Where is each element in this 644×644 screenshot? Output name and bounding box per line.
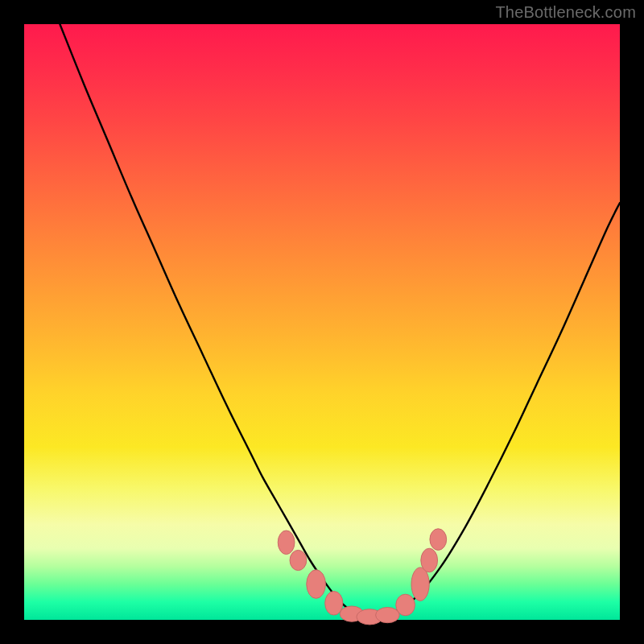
curve-marker	[376, 607, 400, 622]
curve-marker	[411, 568, 429, 601]
curve-marker	[290, 550, 307, 570]
chart-frame: TheBottleneck.com	[0, 0, 644, 644]
plot-area	[24, 24, 620, 620]
curve-marker	[421, 548, 438, 572]
curve-marker	[396, 594, 415, 616]
curve-marker	[307, 570, 326, 599]
curve-markers	[278, 529, 446, 625]
curve-marker	[278, 530, 295, 555]
curve-marker	[430, 529, 447, 551]
bottleneck-curve	[60, 24, 620, 617]
watermark-text: TheBottleneck.com	[495, 3, 636, 22]
bottleneck-curve-svg	[24, 24, 620, 620]
